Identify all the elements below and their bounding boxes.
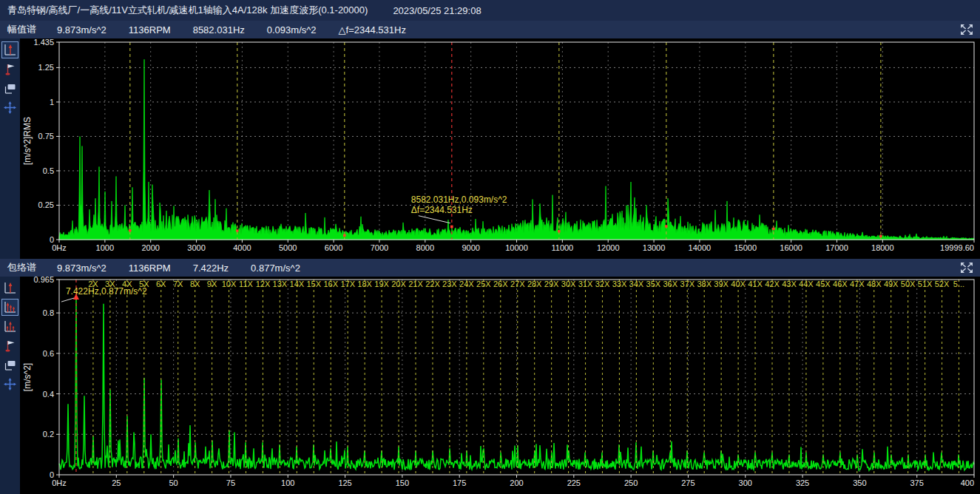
svg-text:30X: 30X	[561, 280, 576, 288]
svg-text:0.8: 0.8	[43, 308, 54, 317]
pan-icon	[3, 377, 17, 391]
svg-text:125: 125	[338, 478, 351, 487]
svg-text:29X: 29X	[544, 280, 559, 288]
svg-text:0: 0	[50, 470, 54, 479]
svg-text:[m/s^2]RMS: [m/s^2]RMS	[22, 117, 33, 165]
svg-text:48X: 48X	[867, 280, 882, 288]
svg-text:18000: 18000	[871, 243, 894, 252]
flag-icon	[3, 339, 17, 353]
single-cursor-icon	[3, 281, 17, 295]
pan-icon	[3, 101, 17, 115]
svg-text:11X: 11X	[239, 280, 253, 288]
envelope-spectrum-infobar: 包络谱 9.873m/s^2 1136RPM 7.422Hz 0.877m/s^…	[0, 259, 980, 277]
speed-rpm-value: 1136RPM	[129, 24, 171, 35]
svg-text:27X: 27X	[510, 280, 525, 288]
svg-text:175: 175	[453, 478, 466, 487]
svg-text:0Hz: 0Hz	[52, 243, 67, 252]
cursor-frequency-value: 8582.031Hz	[193, 24, 245, 35]
svg-text:21X: 21X	[408, 280, 423, 288]
pan-tool[interactable]	[1, 376, 18, 393]
svg-text:11000: 11000	[551, 243, 573, 252]
svg-text:6000: 6000	[325, 243, 342, 252]
titlebar: 青岛特钢/高线厂/一高线/11V立式轧机/减速机1轴输入4A/128k 加速度波…	[0, 0, 980, 21]
envelope-spectrum-panel: 2X3X4X5X6X7X8X9X10X11X12X13X14X15X16X17X…	[0, 277, 980, 494]
harmonic-cursor-icon	[3, 300, 17, 314]
svg-text:100: 100	[281, 478, 294, 487]
spectrum-type-label: 幅值谱	[7, 23, 36, 36]
svg-text:50: 50	[169, 478, 178, 487]
svg-text:15000: 15000	[734, 243, 757, 252]
svg-text:9000: 9000	[462, 243, 479, 252]
svg-text:39X: 39X	[714, 280, 729, 288]
svg-text:2000: 2000	[141, 243, 159, 252]
expand-chart-button[interactable]	[959, 261, 974, 274]
flag-icon	[3, 62, 17, 76]
svg-text:19X: 19X	[374, 280, 389, 288]
svg-text:1.25: 1.25	[38, 63, 54, 72]
svg-text:75: 75	[226, 478, 235, 487]
measurement-path-title: 青岛特钢/高线厂/一高线/11V立式轧机/减速机1轴输入4A/128k 加速度波…	[7, 4, 368, 17]
report-tool[interactable]	[1, 356, 18, 373]
expand-arrows-icon	[959, 23, 974, 36]
svg-text:44X: 44X	[799, 280, 814, 288]
speed-rpm-value: 1136RPM	[129, 263, 171, 274]
single-cursor-icon	[3, 43, 17, 57]
svg-text:150: 150	[396, 478, 409, 487]
single-cursor-tool[interactable]	[1, 41, 18, 58]
svg-text:250: 250	[624, 478, 638, 487]
svg-text:35X: 35X	[646, 280, 661, 288]
svg-text:350: 350	[853, 478, 866, 487]
svg-text:12000: 12000	[597, 243, 620, 252]
svg-text:0Hz: 0Hz	[52, 478, 67, 487]
svg-text:16X: 16X	[323, 280, 338, 288]
svg-text:225: 225	[567, 478, 581, 487]
svg-text:28X: 28X	[527, 280, 542, 288]
svg-text:43X: 43X	[782, 280, 797, 288]
svg-text:9X: 9X	[207, 280, 217, 288]
svg-text:41X: 41X	[748, 280, 763, 288]
svg-text:6X: 6X	[156, 280, 166, 288]
svg-text:13X: 13X	[273, 280, 288, 288]
pan-tool[interactable]	[1, 99, 18, 116]
report-icon	[3, 81, 17, 95]
amplitude-chart-toolbar	[0, 38, 20, 259]
vibration-analysis-window: 青岛特钢/高线厂/一高线/11V立式轧机/减速机1轴输入4A/128k 加速度波…	[0, 0, 980, 494]
svg-text:22X: 22X	[425, 280, 440, 288]
overall-rms-value: 9.873m/s^2	[57, 263, 107, 274]
spectrum-type-label: 包络谱	[7, 261, 36, 274]
flag-tool[interactable]	[1, 61, 18, 78]
svg-text:47X: 47X	[850, 280, 865, 288]
svg-text:36X: 36X	[663, 280, 678, 288]
envelope-spectrum-chart[interactable]: 2X3X4X5X6X7X8X9X10X11X12X13X14X15X16X17X…	[20, 277, 980, 494]
svg-text:200: 200	[510, 478, 523, 487]
svg-text:400: 400	[961, 478, 974, 487]
overall-rms-value: 9.873m/s^2	[57, 24, 107, 35]
harmonic-cursor-tool[interactable]	[1, 299, 18, 316]
sideband-cursor-icon	[3, 319, 17, 334]
svg-text:0.2: 0.2	[43, 430, 54, 439]
svg-text:1000: 1000	[96, 243, 114, 252]
report-tool[interactable]	[1, 80, 18, 97]
svg-text:31X: 31X	[578, 280, 593, 288]
expand-chart-button[interactable]	[959, 23, 974, 36]
svg-text:0.6: 0.6	[43, 349, 54, 358]
svg-text:34X: 34X	[629, 280, 644, 288]
svg-text:[m/s^2]: [m/s^2]	[22, 363, 33, 391]
amplitude-spectrum-infobar: 幅值谱 9.873m/s^2 1136RPM 8582.031Hz 0.093m…	[0, 21, 980, 38]
svg-text:19999.60: 19999.60	[940, 243, 974, 252]
svg-text:10X: 10X	[222, 280, 237, 288]
flag-tool[interactable]	[1, 337, 18, 354]
sideband-cursor-tool[interactable]	[1, 318, 18, 335]
svg-text:14X: 14X	[290, 280, 305, 288]
svg-text:52X: 52X	[935, 280, 950, 288]
single-cursor-tool[interactable]	[1, 280, 18, 297]
svg-text:7.422Hz,0.877m/s^2: 7.422Hz,0.877m/s^2	[66, 286, 147, 297]
svg-text:15X: 15X	[306, 280, 321, 288]
svg-text:1: 1	[50, 98, 54, 106]
expand-arrows-icon	[959, 261, 974, 274]
svg-text:8X: 8X	[190, 280, 200, 288]
svg-text:13000: 13000	[643, 243, 666, 252]
amplitude-spectrum-chart[interactable]: 8582.031Hz,0.093m/s^2Δf=2344.531Hz0Hz100…	[20, 38, 980, 259]
svg-text:0.75: 0.75	[38, 132, 54, 141]
svg-text:17X: 17X	[340, 280, 355, 288]
